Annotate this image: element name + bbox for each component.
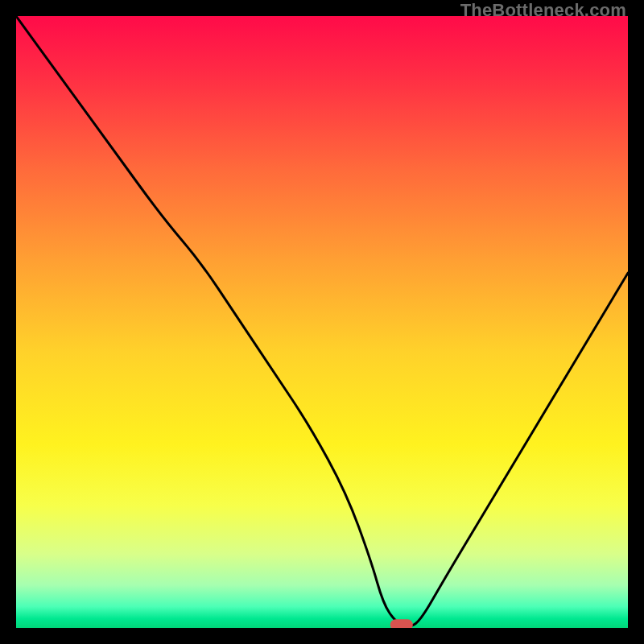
chart-svg bbox=[16, 16, 628, 628]
optimal-marker bbox=[390, 619, 413, 628]
gradient-background bbox=[16, 16, 628, 628]
chart-container: TheBottleneck.com bbox=[0, 0, 644, 644]
plot-area bbox=[16, 16, 628, 628]
